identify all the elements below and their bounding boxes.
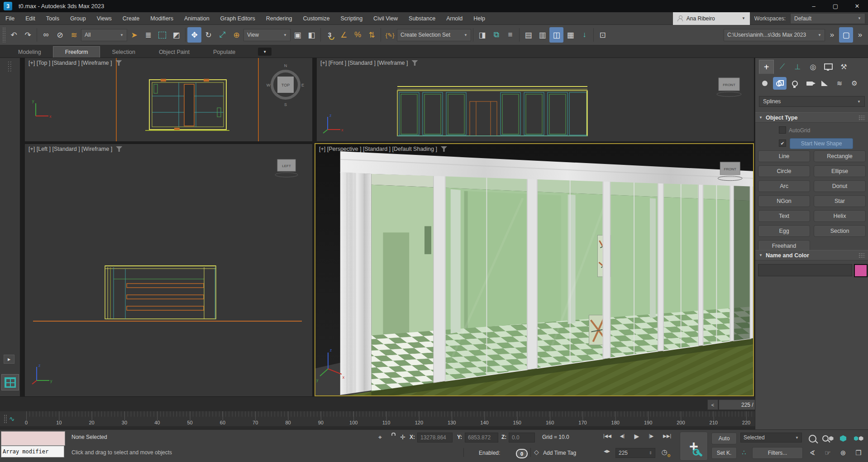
ellipse-button[interactable]: Ellipse	[814, 165, 866, 177]
menu-arnold[interactable]: Arnold	[441, 15, 468, 22]
timeline-ruler[interactable]: ∿ 01020304050607080901001101201301401501…	[0, 411, 868, 429]
line-button[interactable]: Line	[758, 150, 810, 162]
ribbon-tab-populate[interactable]: Populate	[201, 47, 247, 58]
workspace-dropdown[interactable]: Default ▼	[790, 13, 865, 24]
snap-toggle-3d-button[interactable]: 3	[323, 27, 337, 43]
shapes-category[interactable]	[773, 77, 787, 90]
filter-funnel-icon[interactable]	[116, 146, 122, 152]
curve-editor-button[interactable]: ◫	[549, 27, 563, 43]
pan-view-button[interactable]: ☞	[821, 447, 835, 459]
rectangle-button[interactable]: Rectangle	[814, 150, 866, 162]
align-button[interactable]: ⧉	[489, 27, 503, 43]
select-and-scale-button[interactable]: ⤢	[215, 27, 229, 43]
key-mode-toggle[interactable]: ◀▶	[601, 449, 613, 453]
menu-rendering[interactable]: Rendering	[261, 15, 298, 22]
menu-customize[interactable]: Customize	[297, 15, 335, 22]
create-tab[interactable]: +	[759, 60, 774, 74]
selection-filter-dropdown[interactable]: All ▼	[81, 29, 127, 41]
auto-key-button[interactable]: Auto	[711, 433, 737, 444]
use-pivot-point-icon[interactable]: ▣	[291, 27, 305, 43]
maxscript-mini-listener-pink[interactable]	[1, 431, 65, 446]
zoom-extents-all-button[interactable]	[852, 433, 865, 444]
x-coordinate-field[interactable]: 13278.864	[417, 433, 453, 443]
menu-help[interactable]: Help	[468, 15, 491, 22]
viewport-left[interactable]: z y LEFT [+] [Left ] [Standard ] [Wirefr…	[25, 144, 312, 396]
viewport-perspective-label-text[interactable]: [+] [Perspective ] [Standard ] [Default …	[319, 146, 437, 152]
bind-to-space-warp-icon[interactable]: ≋	[67, 27, 81, 43]
donut-button[interactable]: Donut	[814, 180, 866, 192]
zoom-button[interactable]	[806, 433, 819, 444]
selection-region-icon[interactable]	[155, 27, 169, 43]
maximize-button[interactable]: ▢	[825, 0, 846, 12]
modify-tab[interactable]: ⟋	[775, 60, 789, 73]
motion-tab[interactable]: ◎	[806, 60, 820, 73]
named-selection-set-dropdown[interactable]: Create Selection Set ▼	[397, 29, 471, 41]
close-button[interactable]: ✕	[846, 0, 868, 12]
ribbon-tab-modeling[interactable]: Modeling	[6, 47, 53, 58]
z-coordinate-field[interactable]: 0.0	[509, 433, 535, 443]
menu-group[interactable]: Group	[65, 15, 91, 22]
geometry-category[interactable]	[758, 77, 772, 90]
redo-button[interactable]: ↷	[21, 27, 35, 43]
ruler-track[interactable]: 0102030405060708090100110120130140150160…	[26, 411, 844, 426]
key-filters-icon[interactable]: ∴	[739, 449, 749, 456]
layout-bar-grip[interactable]	[7, 61, 12, 72]
mini-curve-editor-icon[interactable]: ∿	[9, 415, 15, 423]
viewport-front[interactable]: z x FRONT [+] [Front ] [Standard ] [Wire…	[317, 58, 754, 141]
viewport-top-label[interactable]: [+] [Top ] [Standard ] [Wireframe ]	[29, 60, 122, 66]
undo-button[interactable]: ↶	[7, 27, 21, 43]
minimize-button[interactable]: –	[803, 0, 825, 12]
filter-funnel-icon[interactable]	[441, 146, 447, 152]
select-and-place-button[interactable]: ⊕	[229, 27, 243, 43]
ribbon-tab-object-paint[interactable]: Object Paint	[147, 47, 201, 58]
menu-animation[interactable]: Animation	[179, 15, 215, 22]
select-and-move-button[interactable]: ✥	[187, 27, 201, 43]
object-type-rollout[interactable]: ▼ Object Type	[755, 112, 868, 123]
menu-civil-view[interactable]: Civil View	[368, 15, 403, 22]
hierarchy-tab[interactable]: ⊥	[791, 60, 805, 73]
mirror-button[interactable]: ◨	[475, 27, 489, 43]
filter-funnel-icon[interactable]	[411, 60, 418, 66]
menu-modifiers[interactable]: Modifiers	[145, 15, 179, 22]
toolbar-grip[interactable]	[2, 27, 5, 43]
set-key-mode-button[interactable]: Set K.	[711, 447, 737, 459]
zoom-extents-button[interactable]	[836, 433, 850, 444]
menu-file[interactable]: File	[0, 15, 20, 22]
viewport-perspective[interactable]: x y z FRONT [+] [Perspective ] [Standard…	[315, 143, 754, 396]
lights-category[interactable]	[788, 77, 801, 90]
toggle-scene-explorer-icon[interactable]: ▤	[521, 27, 535, 43]
menu-substance[interactable]: Substance	[403, 15, 441, 22]
menu-edit[interactable]: Edit	[20, 15, 41, 22]
text-button[interactable]: Text	[758, 210, 810, 222]
object-name-field[interactable]	[758, 264, 852, 276]
current-frame-field[interactable]: 225 ⇕	[615, 448, 655, 458]
set-key-button[interactable]: +	[680, 432, 708, 461]
mxs-frame-count-button[interactable]: 0	[516, 449, 528, 458]
cameras-category[interactable]	[803, 77, 816, 90]
start-new-shape-checkbox[interactable]: ✔	[779, 140, 786, 147]
menu-tools[interactable]: Tools	[41, 15, 65, 22]
key-filter-dropdown[interactable]: Selected ▼	[740, 433, 802, 443]
use-selection-center-icon[interactable]: ◧	[305, 27, 319, 43]
egg-button[interactable]: Egg	[758, 225, 810, 237]
menu-scripting[interactable]: Scripting	[335, 15, 368, 22]
circle-button[interactable]: Circle	[758, 165, 810, 177]
y-coordinate-field[interactable]: 6853.872	[465, 433, 498, 443]
product-updates-icon[interactable]: ↓	[577, 27, 591, 43]
trackbar-grip[interactable]	[4, 414, 7, 424]
utilities-tab[interactable]: ⚒	[837, 60, 851, 73]
viewport-perspective-label[interactable]: [+] [Perspective ] [Standard ] [Default …	[319, 146, 447, 152]
angle-snap-button[interactable]: ∠	[337, 27, 351, 43]
field-of-view-button[interactable]: ∢	[806, 447, 819, 459]
toolbar-overflow-chevrons[interactable]: »	[825, 27, 839, 43]
layout-flyout-button[interactable]: ▶	[4, 355, 14, 364]
pager-prev-button[interactable]: <	[707, 399, 718, 410]
arc-button[interactable]: Arc	[758, 180, 810, 192]
ngon-button[interactable]: NGon	[758, 195, 810, 207]
next-frame-button[interactable]: |▶	[645, 433, 657, 438]
go-to-end-button[interactable]: ▶▶|	[660, 433, 674, 438]
select-object-icon[interactable]: ➤	[127, 27, 141, 43]
select-and-link-icon[interactable]: ∞	[39, 27, 53, 43]
viewport-layout-tile[interactable]	[1, 374, 19, 390]
display-tab[interactable]	[821, 60, 835, 73]
